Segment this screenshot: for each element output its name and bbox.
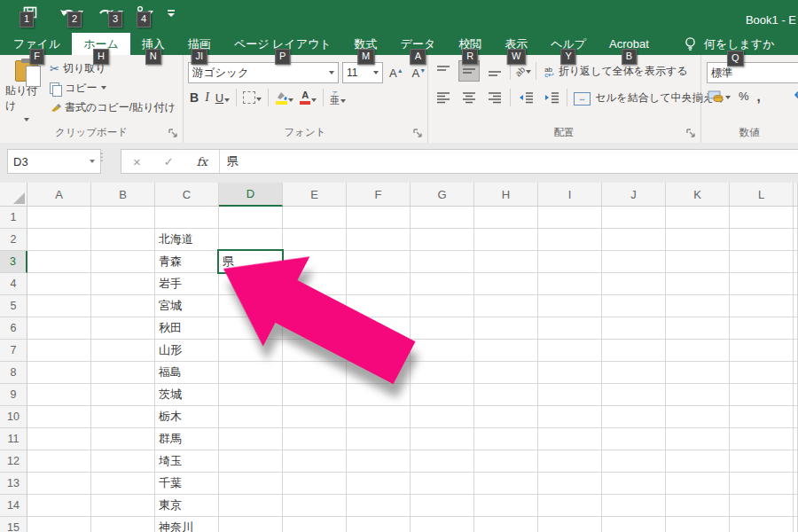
- grid-cell[interactable]: [27, 229, 91, 251]
- grid-cell[interactable]: [474, 317, 538, 340]
- grid-cell[interactable]: [219, 362, 283, 384]
- column-header[interactable]: K: [666, 183, 730, 207]
- cancel-icon[interactable]: ×: [133, 154, 141, 169]
- grid-cell[interactable]: [730, 428, 794, 450]
- grid-cell[interactable]: [602, 517, 666, 532]
- grid-cell[interactable]: [666, 229, 730, 251]
- grid-cell[interactable]: [283, 251, 347, 273]
- grid-cell[interactable]: [794, 273, 798, 295]
- grid-cell[interactable]: [538, 340, 602, 362]
- grid-cell[interactable]: [283, 362, 347, 384]
- grid-cell[interactable]: [27, 273, 91, 295]
- grid-cell[interactable]: [730, 406, 794, 428]
- align-left-button[interactable]: [433, 87, 454, 108]
- grid-cell[interactable]: [602, 406, 666, 428]
- grid-cell[interactable]: [794, 362, 798, 384]
- grid-cell[interactable]: [538, 207, 602, 229]
- comma-style-button[interactable]: ,: [757, 89, 761, 104]
- grid-cell[interactable]: [538, 473, 602, 495]
- grid-cell[interactable]: [474, 473, 538, 495]
- grid-cell[interactable]: [794, 229, 798, 251]
- grid-cell[interactable]: [91, 384, 155, 406]
- ribbon-tab[interactable]: データA: [389, 33, 448, 55]
- grid-cell[interactable]: [602, 362, 666, 384]
- row-header[interactable]: 7: [0, 340, 27, 362]
- insert-function-icon[interactable]: fx: [197, 155, 207, 168]
- grid-cell[interactable]: [27, 406, 91, 428]
- grid-cell[interactable]: [794, 384, 798, 406]
- cut-button[interactable]: ✂ 切り取り: [50, 59, 183, 78]
- grid-cell[interactable]: [602, 251, 666, 273]
- grid-cell[interactable]: [283, 317, 347, 340]
- grid-cell[interactable]: [411, 273, 474, 295]
- grid-cell[interactable]: [411, 428, 474, 450]
- grid-cell[interactable]: [411, 229, 474, 251]
- copy-dropdown[interactable]: [101, 86, 106, 92]
- row-header[interactable]: 13: [0, 473, 27, 495]
- row-header[interactable]: 2: [0, 229, 27, 251]
- bold-button[interactable]: B: [190, 90, 199, 105]
- grid-cell[interactable]: [474, 273, 538, 295]
- column-header[interactable]: G: [411, 183, 474, 207]
- grid-cell[interactable]: [283, 340, 347, 362]
- grid-cell[interactable]: 神奈川: [155, 517, 219, 532]
- font-color-dropdown[interactable]: [311, 98, 317, 105]
- align-bottom-button[interactable]: [484, 60, 505, 82]
- grid-cell[interactable]: [538, 273, 602, 295]
- grid-cell[interactable]: [538, 428, 602, 450]
- grid-cell[interactable]: [219, 295, 283, 317]
- grid-cell[interactable]: [666, 406, 730, 428]
- grid-cell[interactable]: [91, 517, 155, 532]
- align-top-button[interactable]: [433, 60, 454, 82]
- grid-cell[interactable]: [411, 317, 474, 340]
- row-header[interactable]: 6: [0, 317, 27, 340]
- grid-cell[interactable]: [155, 207, 219, 229]
- column-header[interactable]: L: [730, 183, 794, 207]
- grid-cell[interactable]: [666, 251, 730, 273]
- row-header[interactable]: 3: [0, 251, 27, 273]
- grid-cell[interactable]: [666, 473, 730, 495]
- grid-cell[interactable]: [347, 495, 411, 517]
- grid-cell[interactable]: [666, 340, 730, 362]
- grid-cell[interactable]: 宮城: [155, 295, 219, 317]
- grid-cell[interactable]: [602, 495, 666, 517]
- row-header[interactable]: 4: [0, 273, 27, 295]
- grid-cell[interactable]: [27, 517, 91, 532]
- grid-cell[interactable]: [538, 384, 602, 406]
- grid-cell[interactable]: [602, 317, 666, 340]
- paste-button[interactable]: 貼り付け: [5, 59, 48, 124]
- grid-cell[interactable]: [27, 317, 91, 340]
- fill-color-dropdown[interactable]: [288, 98, 293, 105]
- grid-cell[interactable]: [347, 362, 411, 384]
- grid-cell[interactable]: [602, 473, 666, 495]
- align-center-button[interactable]: [458, 87, 480, 108]
- accounting-format-dropdown[interactable]: [725, 96, 731, 102]
- grid-cell[interactable]: [602, 229, 666, 251]
- orientation-button[interactable]: ab: [515, 66, 531, 76]
- grid-cell[interactable]: [411, 295, 474, 317]
- font-dialog-launcher[interactable]: [413, 129, 423, 138]
- grid-cell[interactable]: [347, 428, 411, 450]
- grid-cell[interactable]: 千葉: [155, 473, 219, 495]
- grid-cell[interactable]: [283, 495, 347, 517]
- row-header[interactable]: 9: [0, 384, 27, 406]
- grid-cell[interactable]: [730, 229, 794, 251]
- ribbon-tab[interactable]: 数式M: [343, 33, 389, 55]
- grid-cell[interactable]: [411, 450, 474, 473]
- grid-cell[interactable]: [219, 495, 283, 517]
- grid-cell[interactable]: [411, 495, 474, 517]
- font-name-combo[interactable]: 游ゴシック: [188, 62, 339, 83]
- percent-style-button[interactable]: %: [739, 90, 749, 103]
- grid-cell[interactable]: [347, 273, 411, 295]
- fill-color-button[interactable]: [275, 91, 293, 105]
- grid-cell[interactable]: [666, 517, 730, 532]
- grid-cell[interactable]: [219, 317, 283, 340]
- clipboard-dialog-launcher[interactable]: [168, 129, 178, 138]
- grid-cell[interactable]: [602, 207, 666, 229]
- grid-cell[interactable]: [283, 229, 347, 251]
- formula-input[interactable]: 県: [220, 153, 239, 169]
- wrap-text-button[interactable]: ab c↩ 折り返して全体を表示する: [544, 64, 687, 79]
- grid-cell[interactable]: [411, 251, 474, 273]
- grid-cell[interactable]: [219, 207, 283, 229]
- grid-cell[interactable]: [794, 207, 798, 229]
